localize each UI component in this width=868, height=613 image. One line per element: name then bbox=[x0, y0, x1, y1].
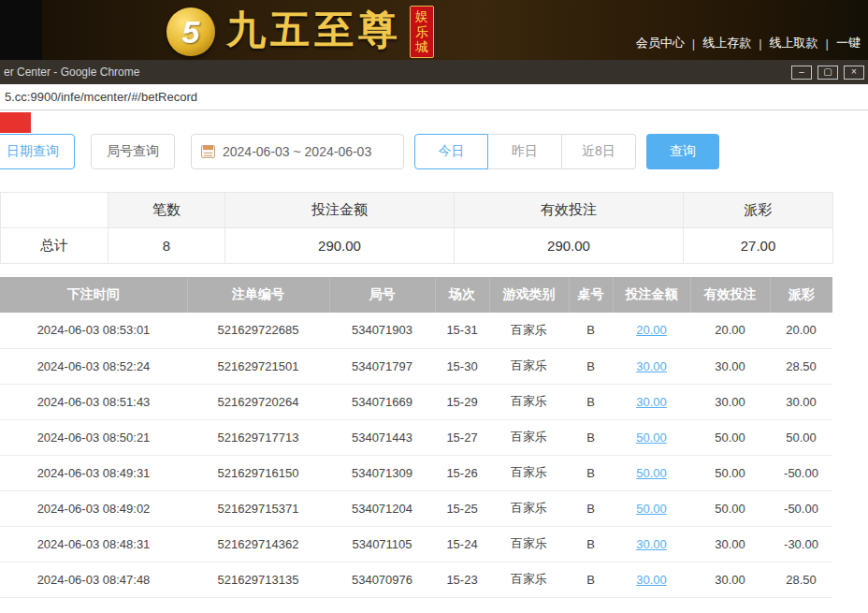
nav-one-key[interactable]: 一键 bbox=[836, 35, 861, 51]
bet-amount-link[interactable]: 20.00 bbox=[636, 323, 667, 337]
cell-game: 百家乐 bbox=[489, 313, 569, 348]
cell-game: 百家乐 bbox=[489, 455, 569, 490]
header-game-type: 游戏类别 bbox=[489, 277, 569, 313]
cell-table-no: B bbox=[569, 526, 613, 562]
cell-bet-id: 521629713135 bbox=[187, 562, 329, 597]
cell-payout: 20.00 bbox=[770, 313, 832, 348]
cell-payout: -50.00 bbox=[770, 490, 832, 526]
bet-record-table: 下注时间 注单编号 局号 场次 游戏类别 桌号 投注金额 有效投注 派彩 202… bbox=[0, 277, 832, 598]
cell-session: 15-24 bbox=[435, 526, 489, 562]
cell-valid-bet: 50.00 bbox=[690, 455, 770, 490]
bet-amount-link[interactable]: 30.00 bbox=[636, 537, 667, 551]
cell-round: 534071669 bbox=[329, 384, 435, 419]
cell-round: 534071797 bbox=[329, 348, 435, 384]
header-bet-id: 注单编号 bbox=[187, 277, 329, 313]
cell-game: 百家乐 bbox=[489, 384, 569, 419]
last-8-days-button[interactable]: 近8日 bbox=[562, 134, 636, 169]
table-row: 2024-06-03 08:49:02521629715371534071204… bbox=[0, 490, 832, 526]
cell-valid-bet: 30.00 bbox=[690, 526, 770, 562]
nav-online-deposit[interactable]: 线上存款 bbox=[702, 35, 751, 51]
bet-amount-link[interactable]: 50.00 bbox=[636, 502, 667, 516]
maximize-button[interactable]: ▢ bbox=[817, 66, 838, 80]
cell-table-no: B bbox=[569, 419, 613, 455]
cell-bet-amount: 50.00 bbox=[613, 490, 690, 526]
cell-time: 2024-06-03 08:51:43 bbox=[0, 384, 187, 419]
header-bet-time: 下注时间 bbox=[0, 277, 187, 313]
cell-bet-amount: 20.00 bbox=[613, 313, 690, 348]
bet-amount-link[interactable]: 30.00 bbox=[636, 395, 667, 409]
yesterday-button[interactable]: 昨日 bbox=[488, 134, 562, 169]
minimize-button[interactable]: – bbox=[791, 66, 812, 80]
page-logo-fragment bbox=[0, 112, 31, 133]
logo-coin-icon: 5 bbox=[166, 7, 215, 56]
cell-bet-amount: 30.00 bbox=[613, 384, 690, 419]
table-row: 2024-06-03 08:47:48521629713135534070976… bbox=[0, 562, 832, 597]
cell-table-no: B bbox=[569, 384, 613, 419]
window-controls: – ▢ × bbox=[791, 66, 864, 80]
cell-round: 534070976 bbox=[329, 562, 435, 597]
cell-bet-id: 521629715371 bbox=[187, 490, 329, 526]
cell-bet-id: 521629722685 bbox=[187, 313, 329, 348]
cell-session: 15-29 bbox=[435, 384, 489, 419]
date-range-input[interactable]: 2024-06-03 ~ 2024-06-03 bbox=[191, 134, 404, 169]
summary-header-valid-bet: 有效投注 bbox=[455, 193, 684, 228]
nav-separator: | bbox=[692, 36, 695, 51]
today-button[interactable]: 今日 bbox=[414, 134, 488, 169]
cell-game: 百家乐 bbox=[489, 562, 569, 597]
round-query-tab[interactable]: 局号查询 bbox=[91, 134, 175, 169]
address-bar[interactable]: 5.cc:9900/infe/mcenter/#/betRecord bbox=[0, 84, 868, 110]
bet-table-body: 2024-06-03 08:53:01521629722685534071903… bbox=[0, 313, 832, 597]
header-payout: 派彩 bbox=[770, 277, 832, 313]
cell-bet-id: 521629721501 bbox=[187, 348, 329, 384]
cell-round: 534071105 bbox=[329, 526, 435, 562]
site-banner: 5 九五至尊 娱乐城 会员中心 | 线上存款 | 线上取款 | 一键 bbox=[0, 0, 868, 60]
cell-valid-bet: 30.00 bbox=[690, 384, 770, 419]
cell-session: 15-27 bbox=[435, 419, 489, 455]
nav-online-withdraw[interactable]: 线上取款 bbox=[770, 35, 818, 51]
date-range-value: 2024-06-03 ~ 2024-06-03 bbox=[223, 144, 371, 159]
cell-session: 15-26 bbox=[435, 455, 489, 490]
summary-count-value: 8 bbox=[108, 228, 225, 264]
nav-separator: | bbox=[826, 36, 829, 51]
cell-time: 2024-06-03 08:49:31 bbox=[0, 455, 187, 490]
cell-game: 百家乐 bbox=[489, 490, 569, 526]
table-row: 2024-06-03 08:48:31521629714362534071105… bbox=[0, 526, 832, 562]
bet-amount-link[interactable]: 50.00 bbox=[636, 466, 667, 480]
table-row: 2024-06-03 08:51:43521629720264534071669… bbox=[0, 384, 832, 419]
summary-header-payout: 派彩 bbox=[684, 193, 833, 228]
cell-session: 15-30 bbox=[435, 348, 489, 384]
cell-payout: 30.00 bbox=[770, 384, 832, 419]
cell-game: 百家乐 bbox=[489, 526, 569, 562]
nav-member-center[interactable]: 会员中心 bbox=[636, 35, 685, 51]
cell-table-no: B bbox=[569, 490, 613, 526]
cell-valid-bet: 20.00 bbox=[690, 313, 770, 348]
banner-left-strip bbox=[0, 0, 42, 60]
cell-table-no: B bbox=[569, 562, 613, 597]
summary-bet-amount-value: 290.00 bbox=[225, 228, 455, 264]
cell-round: 534071903 bbox=[329, 313, 435, 348]
cell-bet-id: 521629716150 bbox=[187, 455, 329, 490]
cell-game: 百家乐 bbox=[489, 348, 569, 384]
date-query-tab[interactable]: 日期查询 bbox=[0, 134, 75, 169]
table-row: 2024-06-03 08:52:24521629721501534071797… bbox=[0, 348, 832, 384]
calendar-icon bbox=[201, 145, 215, 158]
bet-amount-link[interactable]: 30.00 bbox=[636, 359, 667, 373]
cell-payout: 50.00 bbox=[770, 419, 832, 455]
table-row: 2024-06-03 08:49:31521629716150534071309… bbox=[0, 455, 832, 490]
cell-table-no: B bbox=[569, 455, 613, 490]
table-row: 2024-06-03 08:53:01521629722685534071903… bbox=[0, 313, 832, 348]
summary-total-row: 总计 8 290.00 290.00 27.00 bbox=[1, 228, 833, 264]
cell-round: 534071309 bbox=[329, 455, 435, 490]
header-bet-amount: 投注金额 bbox=[613, 277, 690, 313]
search-button[interactable]: 查询 bbox=[646, 134, 719, 169]
url-text[interactable]: 5.cc:9900/infe/mcenter/#/betRecord bbox=[5, 90, 197, 104]
cell-valid-bet: 50.00 bbox=[690, 419, 770, 455]
bet-amount-link[interactable]: 30.00 bbox=[636, 573, 667, 587]
cell-session: 15-25 bbox=[435, 490, 489, 526]
bet-amount-link[interactable]: 50.00 bbox=[636, 431, 667, 445]
cell-bet-id: 521629717713 bbox=[187, 419, 329, 455]
close-button[interactable]: × bbox=[844, 66, 864, 80]
cell-time: 2024-06-03 08:49:02 bbox=[0, 490, 187, 526]
cell-bet-amount: 30.00 bbox=[613, 562, 690, 597]
summary-valid-bet-value: 290.00 bbox=[455, 228, 684, 264]
